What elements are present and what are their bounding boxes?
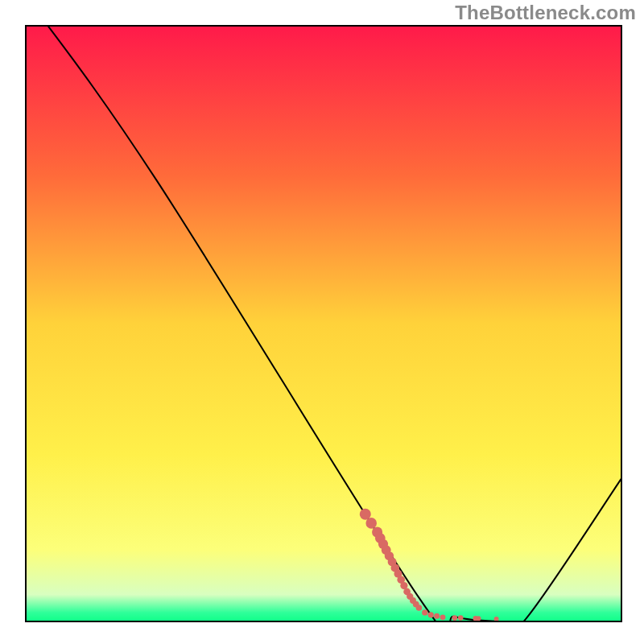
plot-background [26, 26, 621, 621]
highlight-dot [452, 615, 457, 621]
highlight-dot [365, 518, 377, 529]
highlight-dot [476, 616, 481, 621]
highlight-dot [422, 609, 427, 615]
highlight-dot [434, 613, 440, 619]
highlight-dot [458, 615, 464, 621]
chart-container: TheBottleneck.com [0, 0, 644, 644]
highlight-dot [416, 605, 423, 611]
highlight-dot [428, 612, 434, 617]
highlight-dot [440, 614, 446, 620]
watermark-text: TheBottleneck.com [455, 2, 636, 24]
bottleneck-chart [0, 0, 644, 644]
